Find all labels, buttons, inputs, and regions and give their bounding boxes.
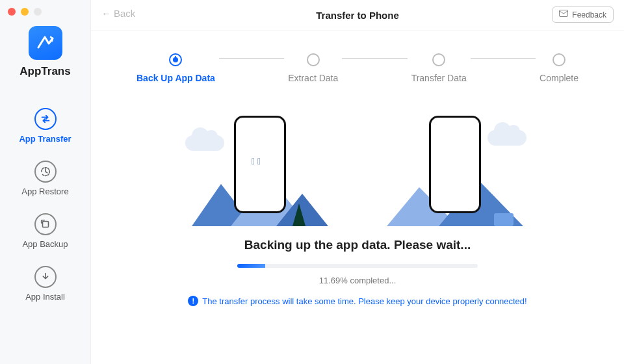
window-controls — [8, 8, 42, 16]
step-dot-icon — [552, 53, 566, 66]
transfer-illustration: 𓅰 𓅬 — [91, 103, 624, 226]
step-transfer: Transfer Data — [411, 53, 467, 83]
install-icon — [34, 266, 57, 288]
step-connector — [342, 58, 407, 59]
progress-stepper: Back Up App Data Extract Data Transfer D… — [91, 31, 624, 83]
step-connector — [219, 58, 284, 59]
sidebar-item-app-restore[interactable]: App Restore — [0, 161, 90, 196]
step-label: Complete — [540, 73, 578, 83]
status-area: Backing up the app data. Please wait... … — [91, 238, 624, 306]
back-label: Back — [114, 8, 135, 19]
main-pane: ← Back Transfer to Phone Feedback Back U… — [91, 0, 624, 364]
cloud-icon — [185, 135, 224, 151]
app-window: AppTrans App Transfer App Restore App Ba… — [0, 0, 624, 364]
app-logo-icon — [29, 26, 62, 60]
sidebar-item-app-backup[interactable]: App Backup — [0, 213, 90, 249]
phone-icon — [429, 116, 481, 213]
step-dot-icon — [169, 53, 182, 66]
zoom-window-button[interactable] — [34, 8, 42, 16]
feedback-button[interactable]: Feedback — [552, 6, 614, 23]
note-text: The transfer process will take some time… — [202, 296, 526, 306]
brand: AppTrans — [20, 26, 70, 78]
info-icon: ! — [188, 296, 198, 306]
sidebar-item-label: App Install — [25, 292, 65, 302]
step-extract: Extract Data — [288, 53, 338, 83]
sidebar-item-app-transfer[interactable]: App Transfer — [0, 108, 90, 144]
transfer-icon — [34, 108, 57, 130]
status-title: Backing up the app data. Please wait... — [91, 238, 624, 252]
minimize-window-button[interactable] — [21, 8, 29, 16]
source-device-scene: 𓅰 𓅬 — [192, 116, 328, 226]
birds-icon: 𓅰 𓅬 — [252, 156, 261, 166]
restore-icon — [34, 161, 57, 183]
connection-note: ! The transfer process will take some ti… — [91, 296, 624, 306]
mail-icon — [559, 10, 568, 20]
sidebar-item-label: App Backup — [22, 239, 68, 249]
sidebar-item-label: App Transfer — [19, 134, 71, 144]
svg-rect-8 — [494, 213, 514, 226]
sidebar-item-app-install[interactable]: App Install — [0, 266, 90, 302]
sidebar-item-label: App Restore — [21, 187, 68, 196]
step-label: Back Up App Data — [136, 73, 215, 83]
step-label: Transfer Data — [411, 73, 467, 83]
step-backup: Back Up App Data — [136, 53, 215, 83]
step-dot-icon — [432, 53, 445, 66]
step-label: Extract Data — [288, 73, 338, 83]
step-connector — [471, 58, 536, 59]
target-device-scene — [387, 116, 523, 226]
backup-icon — [34, 213, 57, 235]
sidebar: AppTrans App Transfer App Restore App Ba… — [0, 0, 91, 364]
arrow-left-icon: ← — [101, 8, 111, 19]
progress-fill — [237, 264, 265, 268]
top-bar: ← Back Transfer to Phone Feedback — [91, 0, 624, 31]
step-dot-icon — [307, 53, 320, 66]
cloud-icon — [488, 130, 526, 146]
progress-percent-text: 11.69% completed... — [91, 276, 624, 285]
close-window-button[interactable] — [8, 8, 16, 16]
feedback-label: Feedback — [572, 10, 606, 20]
brand-name: AppTrans — [20, 65, 70, 78]
step-complete: Complete — [540, 53, 578, 83]
sidebar-nav: App Transfer App Restore App Backup App … — [0, 108, 90, 302]
svg-rect-0 — [42, 222, 48, 228]
back-button[interactable]: ← Back — [101, 8, 135, 19]
page-title: Transfer to Phone — [316, 10, 399, 21]
progress-bar — [237, 264, 478, 268]
